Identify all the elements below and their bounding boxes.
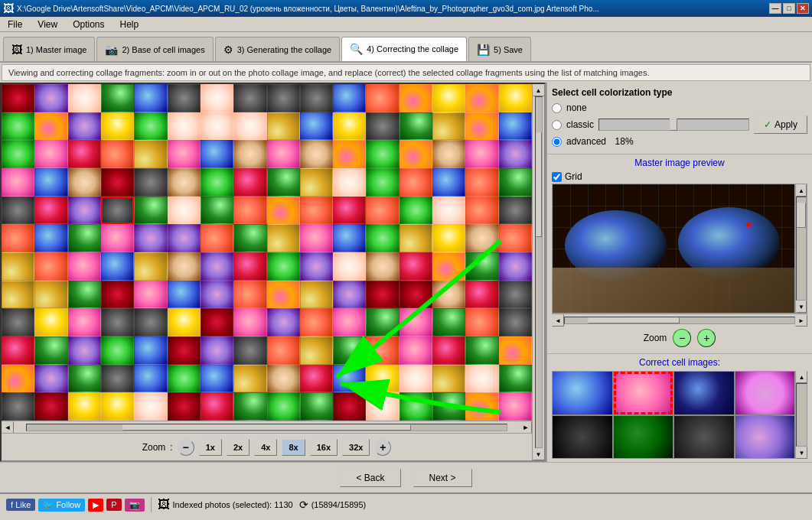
mosaic-cell bbox=[432, 281, 465, 309]
yt-icon: ▶ bbox=[93, 500, 99, 509]
menu-help[interactable]: Help bbox=[116, 18, 144, 31]
mosaic-cell bbox=[68, 308, 101, 336]
cell-img-8[interactable] bbox=[735, 416, 795, 459]
mosaic-cell bbox=[267, 197, 300, 225]
h-scroll-track[interactable] bbox=[26, 424, 507, 431]
mosaic-cell bbox=[101, 281, 134, 309]
mosaic-cell bbox=[34, 140, 67, 168]
twitter-follow-button[interactable]: 🐦 Follow bbox=[38, 499, 85, 512]
zoom-1x-button[interactable]: 1x bbox=[199, 439, 222, 456]
zoom-4x-button[interactable]: 4x bbox=[254, 439, 277, 456]
cell-img-2-selected[interactable] bbox=[614, 372, 673, 414]
mosaic-cell bbox=[68, 197, 101, 225]
apply-button[interactable]: ✓ Apply bbox=[754, 115, 807, 134]
cell-img-7[interactable] bbox=[674, 416, 734, 459]
mosaic-cell bbox=[465, 224, 498, 252]
preview-h-left[interactable]: ◄ bbox=[552, 314, 564, 327]
mosaic-cell bbox=[465, 84, 498, 112]
mosaic-cell bbox=[68, 392, 101, 421]
cell-v-scroll-up[interactable]: ▲ bbox=[796, 371, 807, 383]
radio-none-label: none bbox=[566, 102, 587, 113]
pinterest-button[interactable]: P bbox=[106, 499, 121, 511]
preview-h-right[interactable]: ► bbox=[795, 314, 807, 327]
preview-h-scroll[interactable]: ◄ ► bbox=[552, 314, 807, 326]
tab-master-label: 1) Master image bbox=[26, 45, 86, 54]
preview-scroll-down[interactable]: ▼ bbox=[796, 301, 807, 313]
preview-v-track[interactable] bbox=[796, 197, 807, 301]
mosaic-cell bbox=[333, 197, 366, 225]
preview-h-track[interactable] bbox=[564, 317, 795, 324]
mosaic-cell bbox=[499, 336, 532, 365]
cell-v-scroll-down[interactable]: ▼ bbox=[796, 447, 807, 459]
radio-classic[interactable] bbox=[552, 120, 562, 130]
classic-slider[interactable] bbox=[598, 119, 749, 131]
next-button[interactable]: Next > bbox=[413, 469, 472, 487]
preview-zoom-in[interactable]: + bbox=[697, 329, 716, 347]
zoom-separator: : bbox=[170, 442, 172, 453]
mosaic-cell bbox=[366, 84, 399, 112]
radio-none[interactable] bbox=[552, 103, 562, 113]
preview-area[interactable] bbox=[552, 184, 795, 314]
mosaic-cell bbox=[101, 112, 134, 141]
h-scrollbar[interactable]: ◄ ► bbox=[2, 421, 532, 433]
cell-img-3[interactable] bbox=[674, 372, 734, 414]
mosaic-cell bbox=[333, 336, 366, 365]
cell-images-grid[interactable] bbox=[552, 371, 795, 459]
v-scroll-up[interactable]: ▲ bbox=[533, 84, 545, 96]
v-scrollbar[interactable]: ▲ ▼ bbox=[532, 84, 544, 460]
grid-checkbox[interactable] bbox=[552, 172, 562, 182]
cell-img-5[interactable] bbox=[553, 416, 612, 459]
cell-v-track[interactable] bbox=[796, 383, 807, 447]
menu-options[interactable]: Options bbox=[68, 18, 109, 31]
zoom-32x-button[interactable]: 32x bbox=[342, 439, 370, 456]
mosaic-cell bbox=[34, 197, 67, 225]
zoom-16x-button[interactable]: 16x bbox=[310, 439, 338, 456]
cell-images-v-scroll[interactable]: ▲ ▼ bbox=[795, 371, 807, 459]
zoom-out-button[interactable]: − bbox=[178, 439, 194, 456]
maximize-button[interactable]: □ bbox=[783, 3, 795, 14]
mosaic-cell bbox=[134, 281, 167, 309]
v-scroll-thumb[interactable] bbox=[536, 132, 542, 237]
back-button[interactable]: < Back bbox=[340, 469, 400, 487]
menu-view[interactable]: View bbox=[33, 18, 62, 31]
cell-img-6[interactable] bbox=[614, 416, 673, 459]
radio-advanced-row: advanced 18% bbox=[552, 136, 807, 147]
insta-icon: 📷 bbox=[129, 500, 140, 509]
tab-base[interactable]: 📷 2) Base of cell images bbox=[96, 37, 213, 61]
h-scroll-right[interactable]: ► bbox=[520, 421, 532, 434]
tab-master[interactable]: 🖼 1) Master image bbox=[3, 37, 95, 61]
h-scroll-left[interactable]: ◄ bbox=[2, 421, 14, 434]
tab-correct[interactable]: 🔍 4) Correcting the collage bbox=[341, 37, 467, 61]
mosaic-cell bbox=[399, 308, 432, 336]
facebook-like-button[interactable]: f Like bbox=[6, 499, 35, 511]
youtube-button[interactable]: ▶ bbox=[88, 499, 103, 512]
preview-scroll-up[interactable]: ▲ bbox=[796, 184, 807, 197]
collage-view[interactable] bbox=[2, 84, 532, 421]
preview-v-thumb[interactable] bbox=[797, 203, 806, 229]
preview-h-thumb[interactable] bbox=[588, 317, 680, 323]
cell-img-4[interactable] bbox=[735, 372, 795, 414]
close-button[interactable]: ✕ bbox=[797, 3, 809, 14]
minimize-button[interactable]: — bbox=[769, 3, 781, 14]
radio-advanced[interactable] bbox=[552, 137, 562, 147]
mosaic-cell bbox=[134, 112, 167, 141]
zoom-in-button[interactable]: + bbox=[374, 439, 391, 456]
menu-file[interactable]: File bbox=[3, 18, 27, 31]
tab-save[interactable]: 💾 5) Save bbox=[468, 37, 531, 61]
mosaic-cell bbox=[101, 140, 134, 168]
preview-zoom-out[interactable]: − bbox=[673, 329, 691, 347]
v-scroll-track[interactable] bbox=[535, 96, 543, 448]
v-scroll-down[interactable]: ▼ bbox=[533, 448, 545, 460]
preview-v-scroll[interactable]: ▲ ▼ bbox=[795, 184, 807, 314]
mosaic-cell bbox=[233, 252, 266, 281]
mosaic-cell bbox=[134, 84, 167, 112]
zoom-2x-button[interactable]: 2x bbox=[227, 439, 249, 456]
instagram-button[interactable]: 📷 bbox=[125, 499, 145, 512]
radio-classic-row: classic ✓ Apply bbox=[552, 115, 807, 134]
mosaic-cell bbox=[134, 252, 167, 281]
tab-generate[interactable]: ⚙ 3) Generating the collage bbox=[215, 37, 341, 61]
zoom-8x-button[interactable]: 8x bbox=[282, 439, 305, 456]
cell-img-1[interactable] bbox=[553, 372, 612, 414]
mosaic-cell bbox=[201, 168, 233, 197]
h-scroll-thumb[interactable] bbox=[122, 424, 410, 431]
